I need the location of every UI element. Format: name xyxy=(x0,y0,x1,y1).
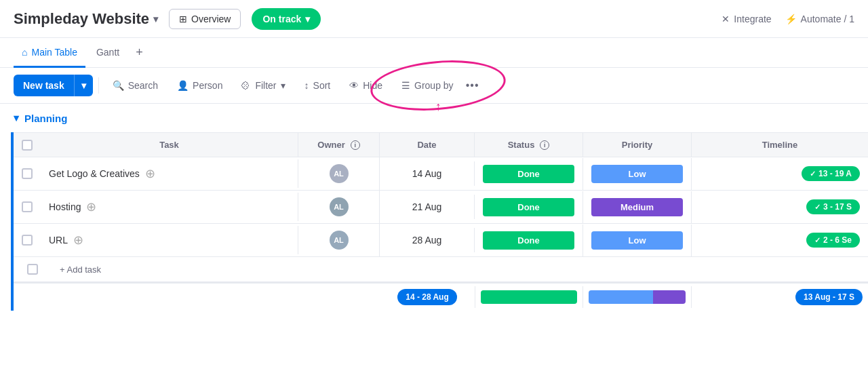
planning-group-header[interactable]: ▾ Planning xyxy=(0,104,868,132)
row2-task-cell[interactable]: Hosting ⊕ xyxy=(41,193,298,221)
hide-button[interactable]: 👁 Hide xyxy=(341,76,391,95)
search-label: Search xyxy=(128,80,158,91)
row2-task-name: Hosting xyxy=(49,201,81,212)
sort-button[interactable]: ↕ Sort xyxy=(296,76,339,95)
automate-label: Automate / 1 xyxy=(801,14,854,24)
group-name-label: Planning xyxy=(24,113,67,124)
row3-status-cell[interactable]: Done xyxy=(475,224,583,256)
new-task-label: New task xyxy=(14,75,74,96)
col-header-owner: Owner i xyxy=(298,133,380,157)
search-button[interactable]: 🔍 Search xyxy=(104,76,166,95)
priority-medium-segment xyxy=(653,290,686,304)
row3-status-text: Done xyxy=(517,235,540,246)
table-row: Get Logo & Creatives ⊕ AL 14 Aug Done Lo… xyxy=(14,157,868,191)
tab-main-table[interactable]: ⌂ Main Table xyxy=(14,39,85,68)
new-task-button[interactable]: New task ▾ xyxy=(14,75,93,96)
filter-icon: ⛒ xyxy=(241,80,251,91)
add-task-checkbox[interactable] xyxy=(27,264,38,275)
group-by-button[interactable]: ☰ Group by xyxy=(393,76,462,95)
row3-date-cell[interactable]: 28 Aug xyxy=(380,228,475,252)
row2-timeline-cell[interactable]: ✓ 3 - 17 S xyxy=(692,193,868,221)
col-timeline-label: Timeline xyxy=(762,140,798,150)
row3-timeline-cell[interactable]: ✓ 2 - 6 Se xyxy=(692,226,868,254)
integrate-action[interactable]: ✕ Integrate xyxy=(722,14,771,24)
row1-date: 14 Aug xyxy=(412,168,442,179)
row2-date: 21 Aug xyxy=(412,201,442,212)
project-title[interactable]: Simpleday Website ▾ xyxy=(14,10,158,28)
row3-check xyxy=(14,235,41,246)
automate-action[interactable]: ⚡ Automate / 1 xyxy=(785,14,854,24)
status-button[interactable]: On track ▾ xyxy=(252,8,321,30)
row1-priority-cell[interactable]: Low xyxy=(583,158,692,190)
row3-priority-cell[interactable]: Low xyxy=(583,224,692,256)
table-row: URL ⊕ AL 28 Aug Done Low ✓ 2 - 6 Se xyxy=(14,224,868,257)
row2-date-cell[interactable]: 21 Aug xyxy=(380,195,475,219)
add-task-label: + Add task xyxy=(60,265,101,275)
row1-owner-cell[interactable]: AL xyxy=(298,157,380,190)
row1-checkbox[interactable] xyxy=(22,168,33,179)
hide-icon: 👁 xyxy=(349,80,359,91)
row3-add-icon[interactable]: ⊕ xyxy=(73,233,83,248)
row1-task-name: Get Logo & Creatives xyxy=(49,168,140,179)
row1-initials: AL xyxy=(334,170,344,178)
col-header-priority: Priority xyxy=(583,133,692,157)
header-checkbox[interactable] xyxy=(22,140,33,151)
status-info-icon[interactable]: i xyxy=(540,140,549,150)
row2-timeline-check-icon: ✓ xyxy=(814,203,821,212)
overview-button[interactable]: ⊞ Overview xyxy=(169,9,241,29)
owner-info-icon[interactable]: i xyxy=(351,140,360,150)
new-task-chevron-icon[interactable]: ▾ xyxy=(74,75,93,96)
row1-task-cell[interactable]: Get Logo & Creatives ⊕ xyxy=(41,159,298,188)
header-checkbox-cell xyxy=(14,140,41,151)
person-button[interactable]: 👤 Person xyxy=(169,76,231,95)
row1-date-cell[interactable]: 14 Aug xyxy=(380,161,475,186)
row1-status-cell[interactable]: Done xyxy=(475,158,583,190)
row2-status-badge: Done xyxy=(483,198,574,216)
row1-add-icon[interactable]: ⊕ xyxy=(145,166,155,181)
main-table: Task Owner i Date Status i Priority Time… xyxy=(11,132,868,311)
tab-gantt-label: Gantt xyxy=(96,47,119,58)
row2-status-cell[interactable]: Done xyxy=(475,191,583,223)
row3-date: 28 Aug xyxy=(412,235,442,246)
row3-priority-badge: Low xyxy=(591,231,683,250)
group-chevron-icon: ▾ xyxy=(14,112,19,124)
row1-timeline-check-icon: ✓ xyxy=(810,170,816,178)
table-row: Hosting ⊕ AL 21 Aug Done Medium ✓ 3 - 17… xyxy=(14,191,868,224)
integrate-label: Integrate xyxy=(734,14,771,24)
add-tab-button[interactable]: + xyxy=(130,45,149,60)
row1-timeline-text: 13 - 19 A xyxy=(818,169,852,178)
row3-owner-cell[interactable]: AL xyxy=(298,224,380,256)
groupby-highlight-wrapper: ☰ Group by ••• ↑ xyxy=(393,75,484,96)
status-label: On track xyxy=(262,14,301,24)
person-label: Person xyxy=(193,80,222,91)
row1-timeline-cell[interactable]: ✓ 13 - 19 A xyxy=(692,159,868,188)
filter-chevron-icon: ▾ xyxy=(281,80,285,91)
row2-checkbox[interactable] xyxy=(22,201,33,212)
row2-owner-cell[interactable]: AL xyxy=(298,191,380,223)
row2-add-icon[interactable]: ⊕ xyxy=(86,199,96,214)
tab-gantt[interactable]: Gantt xyxy=(88,39,127,68)
row2-priority-cell[interactable]: Medium xyxy=(583,191,692,223)
table-header: Task Owner i Date Status i Priority Time… xyxy=(14,132,868,157)
filter-button[interactable]: ⛒ Filter ▾ xyxy=(233,76,293,95)
row3-task-name: URL xyxy=(49,235,68,246)
col-header-status: Status i xyxy=(475,133,583,157)
col-date-label: Date xyxy=(417,140,436,150)
summary-priority-bar xyxy=(589,290,686,304)
col-header-timeline: Timeline xyxy=(692,133,868,157)
row2-check xyxy=(14,201,41,212)
tab-main-table-label: Main Table xyxy=(31,47,77,58)
row1-priority-text: Low xyxy=(629,169,646,179)
row1-status-text: Done xyxy=(517,169,540,179)
col-owner-label: Owner xyxy=(317,140,344,150)
more-options-button[interactable]: ••• xyxy=(462,75,484,96)
summary-status-bar xyxy=(481,290,577,304)
row3-task-cell[interactable]: URL ⊕ xyxy=(41,226,298,254)
row2-initials: AL xyxy=(334,203,344,211)
row3-timeline-text: 2 - 6 Se xyxy=(823,235,852,245)
row3-checkbox[interactable] xyxy=(22,235,33,246)
add-task-row[interactable]: + Add task xyxy=(14,257,868,282)
group-by-icon: ☰ xyxy=(401,80,410,91)
row3-initials: AL xyxy=(334,236,344,244)
col-header-date: Date xyxy=(380,133,475,157)
